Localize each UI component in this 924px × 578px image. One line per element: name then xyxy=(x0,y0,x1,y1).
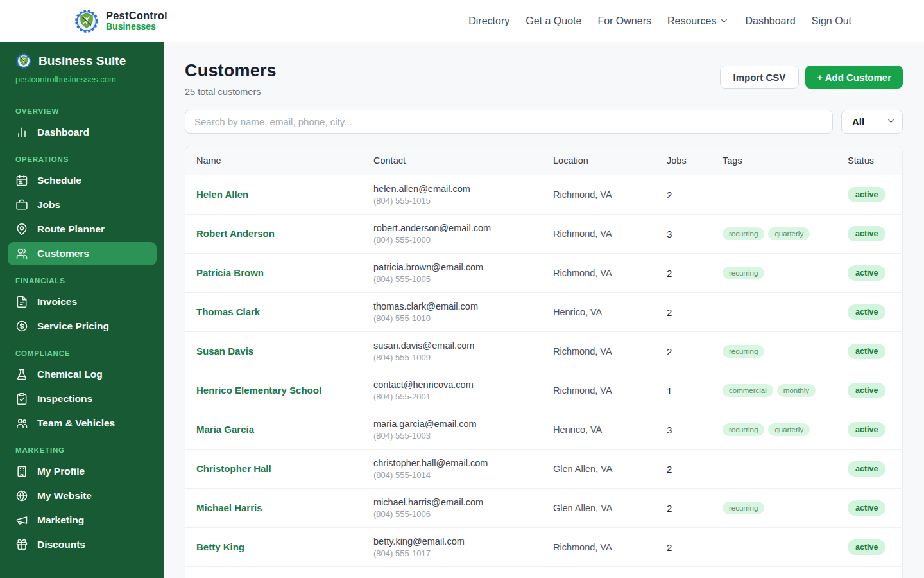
sidebar-item-jobs[interactable]: Jobs xyxy=(8,193,157,216)
sidebar-section-overview: OVERVIEW xyxy=(8,107,157,115)
contact-cell: susan.davis@email.com(804) 555-1009 xyxy=(373,340,553,362)
sidebar-nav: OVERVIEWDashboardOPERATIONSScheduleJobsR… xyxy=(0,94,164,568)
nav-item-sign-out[interactable]: Sign Out xyxy=(812,15,851,27)
tag-pill: recurring xyxy=(723,267,764,279)
name-cell: Betty King xyxy=(196,541,373,553)
contact-cell: contact@henricova.com(804) 555-2001 xyxy=(373,380,553,401)
sidebar-item-chemical-log[interactable]: Chemical Log xyxy=(8,363,157,386)
sidebar-item-discounts[interactable]: Discounts xyxy=(8,533,157,556)
add-customer-button[interactable]: + Add Customer xyxy=(805,66,903,89)
sidebar-section-financials: FINANCIALS xyxy=(8,277,157,285)
tags-cell: recurringquarterly xyxy=(723,423,848,436)
pestcontrol-logo xyxy=(74,8,99,34)
table-row[interactable]: Maria Garciamaria.garcia@email.com(804) … xyxy=(185,410,902,450)
location-cell: Glen Allen, VA xyxy=(553,464,667,474)
sidebar-item-inspections[interactable]: Inspections xyxy=(8,387,157,410)
table-row[interactable]: Susan Davissusan.davis@email.com(804) 55… xyxy=(185,332,902,371)
customer-phone: (804) 555-1003 xyxy=(373,431,553,441)
sidebar-item-label: Service Pricing xyxy=(37,320,109,332)
customer-name-link[interactable]: Patricia Brown xyxy=(196,267,264,278)
table-row[interactable]: Betty Kingbetty.king@email.com(804) 555-… xyxy=(185,528,902,567)
name-cell: Patricia Brown xyxy=(196,267,373,279)
sidebar-item-my-website[interactable]: My Website xyxy=(8,484,157,507)
customer-name-link[interactable]: Maria Garcia xyxy=(196,424,254,435)
customer-email: helen.allen@email.com xyxy=(373,184,553,194)
flask-icon xyxy=(15,368,28,381)
tag-pill: recurring xyxy=(723,227,764,240)
status-cell: active xyxy=(848,226,902,241)
table-row[interactable]: Christopher Hallchristopher.hall@email.c… xyxy=(185,450,902,489)
sidebar-item-label: Customers xyxy=(37,248,89,259)
table-row[interactable]: Michael Harrismichael.harris@email.com(8… xyxy=(185,489,902,528)
table-row[interactable]: Patricia Brownpatricia.brown@email.com(8… xyxy=(185,254,902,293)
briefcase-icon xyxy=(15,198,28,211)
brand-text: PestControl Businesses xyxy=(106,10,167,32)
jobs-count: 2 xyxy=(667,464,723,475)
sidebar-section-compliance: COMPLIANCE xyxy=(8,349,157,357)
tags-cell: recurring xyxy=(723,267,848,279)
status-cell: active xyxy=(848,422,902,437)
table-row[interactable]: Robert Andersonrobert.anderson@email.com… xyxy=(185,215,902,254)
sidebar-item-label: Invoices xyxy=(37,296,77,308)
main-content: Customers 25 total customers Import CSV … xyxy=(164,42,924,578)
tag-pill: monthly xyxy=(777,384,816,397)
name-cell: Helen Allen xyxy=(196,189,373,200)
sidebar-item-label: My Profile xyxy=(37,466,85,477)
status-filter-select[interactable]: All xyxy=(841,110,903,134)
customer-name-link[interactable]: Thomas Clark xyxy=(196,306,260,317)
jobs-count: 3 xyxy=(667,229,723,240)
nav-item-for-owners[interactable]: For Owners xyxy=(597,15,651,27)
location-cell: Richmond, VA xyxy=(553,268,667,278)
customer-name-link[interactable]: Christopher Hall xyxy=(196,463,271,474)
table-body: Helen Allenhelen.allen@email.com(804) 55… xyxy=(185,175,902,567)
nav-item-directory[interactable]: Directory xyxy=(468,15,509,27)
jobs-count: 2 xyxy=(667,503,723,514)
dollar-circle-icon xyxy=(15,320,28,333)
customer-name-link[interactable]: Michael Harris xyxy=(196,502,262,513)
nav-item-resources[interactable]: Resources xyxy=(667,15,729,27)
column-header-name: Name xyxy=(196,155,373,166)
tags-cell: recurring xyxy=(723,345,848,358)
tag-pill: quarterly xyxy=(768,227,810,240)
sidebar-item-my-profile[interactable]: My Profile xyxy=(8,460,157,483)
search-input[interactable] xyxy=(185,110,833,134)
customer-name-link[interactable]: Susan Davis xyxy=(196,346,253,356)
sidebar-item-dashboard[interactable]: Dashboard xyxy=(8,121,157,144)
customer-name-link[interactable]: Helen Allen xyxy=(196,189,248,200)
location-cell: Richmond, VA xyxy=(553,189,667,200)
nav-item-get-a-quote[interactable]: Get a Quote xyxy=(526,15,581,27)
sidebar-item-label: My Website xyxy=(37,490,92,502)
customer-name-link[interactable]: Henrico Elementary School xyxy=(196,385,321,396)
location-cell: Richmond, VA xyxy=(553,385,667,396)
import-csv-button[interactable]: Import CSV xyxy=(720,66,800,89)
sidebar-item-marketing[interactable]: Marketing xyxy=(8,509,157,532)
table-row[interactable]: Thomas Clarkthomas.clark@email.com(804) … xyxy=(185,293,902,332)
bar-chart-icon xyxy=(15,126,28,139)
customer-email: robert.anderson@email.com xyxy=(373,223,553,233)
table-row[interactable]: Henrico Elementary Schoolcontact@henrico… xyxy=(185,371,902,410)
sidebar-item-invoices[interactable]: Invoices xyxy=(8,290,157,313)
nav-item-dashboard[interactable]: Dashboard xyxy=(745,15,795,27)
status-badge: active xyxy=(848,265,886,281)
customer-name-link[interactable]: Robert Anderson xyxy=(196,228,275,239)
customer-phone: (804) 555-1000 xyxy=(373,235,553,245)
brand-logo[interactable]: PestControl Businesses xyxy=(74,8,167,34)
customer-name-link[interactable]: Betty King xyxy=(196,541,244,552)
sidebar-item-schedule[interactable]: Schedule xyxy=(8,169,157,192)
customer-email: betty.king@email.com xyxy=(373,536,553,547)
status-cell: active xyxy=(848,187,902,202)
contact-cell: thomas.clark@email.com(804) 555-1010 xyxy=(373,301,553,323)
sidebar-item-team-vehicles[interactable]: Team & Vehicles xyxy=(8,412,157,435)
status-badge: active xyxy=(848,461,886,477)
name-cell: Susan Davis xyxy=(196,346,373,357)
column-header-jobs: Jobs xyxy=(667,155,723,166)
topnav-links: DirectoryGet a QuoteFor OwnersResourcesD… xyxy=(468,15,851,27)
tag-pill: recurring xyxy=(723,502,764,514)
table-row[interactable]: Helen Allenhelen.allen@email.com(804) 55… xyxy=(185,175,902,215)
sidebar-item-customers[interactable]: Customers xyxy=(8,242,157,265)
status-cell: active xyxy=(848,304,902,320)
sidebar-item-service-pricing[interactable]: Service Pricing xyxy=(8,315,157,338)
customer-count: 25 total customers xyxy=(185,87,277,97)
header-actions: Import CSV + Add Customer xyxy=(720,66,903,89)
sidebar-item-route-planner[interactable]: Route Planner xyxy=(8,218,157,241)
